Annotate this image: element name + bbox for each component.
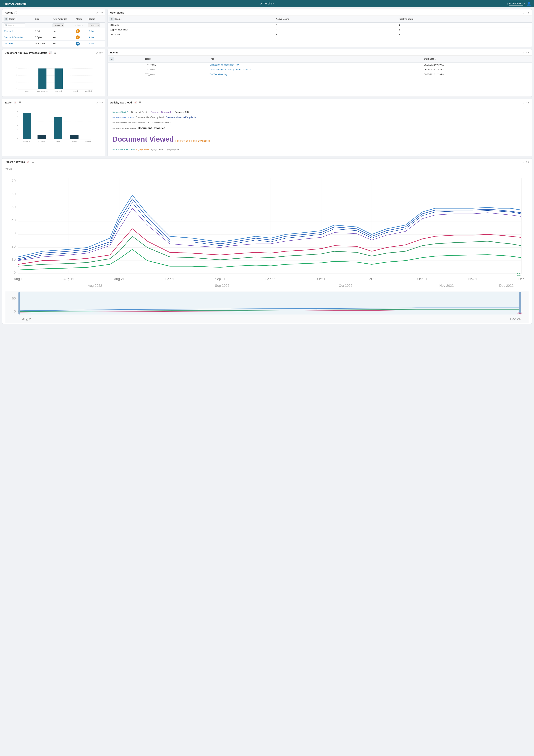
user-status-header: User Status ⤢ ≡ ▾ <box>108 10 532 16</box>
svg-text:5: 5 <box>17 115 18 117</box>
events-cell-date: 09/29/2022 11:44 AM <box>422 67 532 72</box>
user-status-table-header: ☰ Room ↑ Active Users Inactive Users <box>108 16 532 23</box>
svg-rect-92 <box>18 292 521 314</box>
events-cell-room: TW_room1 <box>143 67 208 72</box>
tag-doc-edited[interactable]: Document Edited <box>175 111 191 114</box>
events-cell-room: TW_room1 <box>143 72 208 77</box>
rooms-fullscreen-icon[interactable]: ⤢ <box>96 11 98 14</box>
tasks-header: Tasks 📈 ☰ ⤢ ≡ ▾ <box>2 99 105 106</box>
us-table-icon[interactable]: ☰ <box>110 17 114 21</box>
svg-text:Oct 11: Oct 11 <box>367 277 377 281</box>
recent-activities-table-icon[interactable]: ☰ <box>31 160 35 164</box>
app-header: k NOVOS Arbitrate ⇄ TW Client ⊕ Add Tena… <box>0 0 534 7</box>
rooms-activities-filter: Select <box>51 23 74 28</box>
tag-doc-recyclebin[interactable]: Document Moved to Recyclebin <box>165 116 196 119</box>
mini-chart-container: 0 50 Aug 2 Dec 24 25.1 <box>5 291 529 323</box>
user-status-table-body: Research 4 1 Support Information 4 1 TW_… <box>108 23 532 37</box>
tag-highlight-added[interactable]: Highlight Added <box>136 148 149 150</box>
add-tenant-button[interactable]: ⊕ Add Tenant <box>507 2 524 6</box>
rooms-menu-icon[interactable]: ≡ ▾ <box>99 11 103 14</box>
doc-approval-chart-icon[interactable]: 📈 <box>48 51 53 55</box>
events-title-link[interactable]: TW Team Meeting <box>210 73 227 76</box>
tag-folder-downloaded[interactable]: Folder Downloaded <box>191 140 210 142</box>
svg-text:70: 70 <box>12 178 15 183</box>
doc-approval-menu[interactable]: ≡ ▾ <box>99 51 103 54</box>
recent-activities-menu[interactable]: ≡ ▾ <box>526 160 529 163</box>
user-avatar[interactable]: 👤 <box>527 1 531 6</box>
rooms-room-link[interactable]: TW_room1 <box>4 42 14 45</box>
tasks-table-icon[interactable]: ☰ <box>18 101 22 104</box>
rooms-cell-alerts: 0 <box>74 34 87 40</box>
tag-cloud-table-icon[interactable]: ☰ <box>138 101 142 104</box>
rooms-alerts-badge: 0 <box>76 29 80 33</box>
tag-cloud-menu[interactable]: ≡ ▾ <box>526 101 529 104</box>
tag-doc-uploaded[interactable]: Document Uploaded <box>138 127 165 130</box>
doc-approval-actions: ⤢ ≡ ▾ <box>96 51 103 54</box>
tag-cloud-chart-icon[interactable]: 📈 <box>133 101 137 104</box>
svg-text:Published: Published <box>86 91 92 92</box>
svg-text:3: 3 <box>16 67 17 69</box>
svg-text:30: 30 <box>12 231 15 235</box>
events-col-date: Start Date ↓ <box>422 56 532 63</box>
svg-text:Not Started: Not Started <box>38 141 45 142</box>
rooms-col-new-activities-label: New Activities <box>53 18 67 20</box>
events-col-room: Room <box>143 56 208 63</box>
rooms-status-select[interactable]: Select <box>88 23 100 27</box>
tag-highlight-deleted[interactable]: Highlight Deleted <box>150 148 164 150</box>
tag-highlight-updated[interactable]: Highlight Updated <box>166 148 180 150</box>
user-status-table-row: TW_room1 8 3 <box>108 32 532 37</box>
tag-doc-undo-checkout[interactable]: Document Undo Check Out <box>151 122 172 123</box>
user-status-title: User Status <box>110 11 124 14</box>
doc-approval-fullscreen[interactable]: ⤢ <box>96 51 98 54</box>
tasks-fullscreen[interactable]: ⤢ <box>96 101 98 104</box>
us-cell-room: TW_room1 <box>108 32 274 37</box>
us-col-active: Active Users <box>274 16 397 23</box>
tag-doc-metadata[interactable]: Document MetaData Updated <box>136 116 164 119</box>
recent-activities-chart-icon[interactable]: 📈 <box>26 160 30 164</box>
events-title-link[interactable]: Discussion on Information Flow <box>210 64 240 66</box>
events-title-text: Events <box>110 51 118 54</box>
tag-doc-marked-final[interactable]: Document Marked As Final <box>113 117 134 119</box>
rooms-room-link[interactable]: Research <box>4 30 13 32</box>
events-menu[interactable]: ≡ ▾ <box>526 51 529 54</box>
events-table-icon-btn[interactable]: ☰ <box>110 57 114 61</box>
rooms-help-icon[interactable]: ? <box>14 11 17 14</box>
tasks-menu[interactable]: ≡ ▾ <box>99 101 103 104</box>
rooms-room-link[interactable]: Support Information <box>4 36 23 39</box>
tag-doc-created[interactable]: Document Created <box>131 111 149 114</box>
back-arrow-icon: ↩ <box>5 168 7 170</box>
doc-approval-table-icon[interactable]: ☰ <box>54 51 57 55</box>
rooms-activities-select[interactable]: Select <box>53 23 64 27</box>
rooms-search-input[interactable] <box>4 23 25 27</box>
rooms-table-icon[interactable]: ☰ <box>4 17 8 21</box>
tag-folder-recyclebin[interactable]: Folder Moved to Recyclebin <box>113 148 135 150</box>
events-fullscreen[interactable]: ⤢ <box>522 51 525 54</box>
user-status-menu-icon[interactable]: ≡ ▾ <box>526 11 529 14</box>
back-button[interactable]: ↩ Back <box>5 167 529 171</box>
svg-text:11: 11 <box>517 273 521 276</box>
tag-doc-checkout[interactable]: Document Check Out <box>113 111 130 113</box>
events-header: Events ⤢ ≡ ▾ <box>108 49 532 56</box>
rooms-col-room: ☰ Room ↑ <box>2 16 33 23</box>
tag-doc-unmarked[interactable]: Document Unmarked As Final <box>113 127 136 129</box>
events-title-link[interactable]: Discussion on improvising existing set o… <box>210 68 253 71</box>
tag-cloud-fullscreen[interactable]: ⤢ <box>522 101 525 104</box>
tag-doc-shared[interactable]: Document Shared as Link <box>129 122 149 123</box>
header-client: ⇄ TW Client <box>260 2 274 5</box>
tag-doc-viewed[interactable]: Document Viewed <box>113 135 174 143</box>
recent-activities-fullscreen[interactable]: ⤢ <box>522 160 525 163</box>
tasks-chart-icon[interactable]: 📈 <box>13 101 17 104</box>
us-cell-room: Research <box>108 23 274 27</box>
events-table-header: ☰ Room Title Start Date ↓ <box>108 56 532 63</box>
svg-text:10: 10 <box>12 257 15 261</box>
tag-folder-created[interactable]: Folder Created <box>175 140 190 142</box>
tag-doc-printed[interactable]: Document Printed <box>113 122 127 123</box>
tag-doc-downloaded[interactable]: Document Downloaded <box>151 111 173 114</box>
events-cell-checkbox <box>108 67 143 72</box>
user-status-fullscreen-icon[interactable]: ⤢ <box>522 11 525 14</box>
client-name: TW Client <box>263 2 274 5</box>
svg-text:0: 0 <box>17 138 18 140</box>
svg-text:1: 1 <box>17 133 18 135</box>
middle-row: Document Approval Process Status 📈 ☰ ⤢ ≡… <box>2 49 532 97</box>
svg-text:Aug 2022: Aug 2022 <box>88 284 102 287</box>
